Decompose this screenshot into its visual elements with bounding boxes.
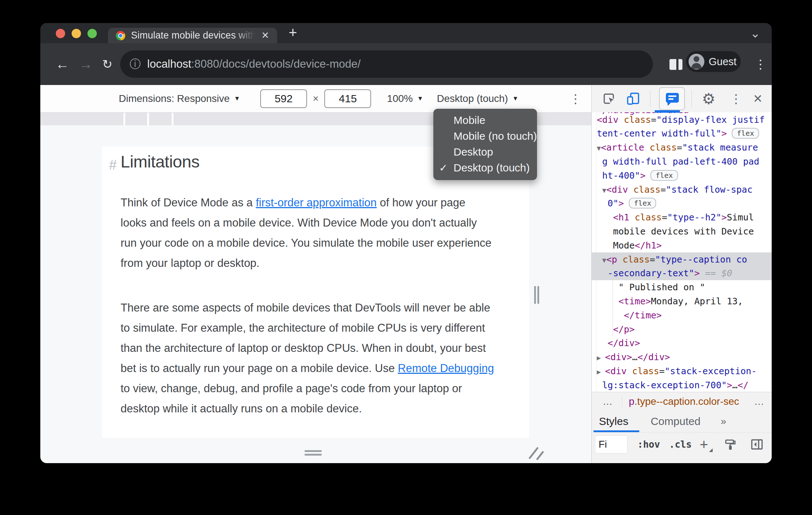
media-query-divider xyxy=(172,113,173,126)
device-type-menu-item[interactable]: Mobile xyxy=(433,112,537,128)
multiply-glyph: × xyxy=(313,93,319,104)
paint-roller-icon[interactable] xyxy=(724,433,737,456)
breadcrumb-overflow-right[interactable]: … xyxy=(754,396,764,407)
url-path: :8080/docs/devtools/device-mode/ xyxy=(191,58,360,70)
profile-button[interactable]: Guest xyxy=(686,51,741,72)
elements-breadcrumb: … p.type--caption.color-sec … xyxy=(592,392,772,411)
elements-tree-selected-node[interactable]: -secondary-text"> == $0 xyxy=(592,266,772,280)
elements-tree-node[interactable]: " Published on " xyxy=(592,280,772,294)
elements-tree-node[interactable]: ▶ <div class="stack-exception- xyxy=(592,364,772,378)
flex-badge[interactable]: flex xyxy=(732,128,759,139)
elements-tree-node[interactable]: <div class="display-flex justif xyxy=(592,113,772,127)
menu-item-label: Desktop xyxy=(454,146,493,158)
browser-tab[interactable]: Simulate mobile devices with D ✕ xyxy=(108,28,277,43)
inline-link[interactable]: first-order approximation xyxy=(256,196,377,209)
inspect-element-icon[interactable] xyxy=(603,85,616,112)
new-tab-button[interactable]: + xyxy=(289,24,297,41)
toggle-hover-state-button[interactable]: :hov xyxy=(637,433,660,456)
reload-button[interactable]: ↻ xyxy=(102,43,113,85)
menu-item-label: Mobile xyxy=(454,114,485,126)
more-tabs-chevron-icon[interactable]: » xyxy=(721,416,726,427)
heading-anchor-hash[interactable]: # xyxy=(109,157,117,173)
height-input[interactable]: 415 xyxy=(324,89,371,108)
elements-tree-node[interactable]: lg:stack-exception-700">…</ xyxy=(592,378,772,392)
tab-search-chevron-icon[interactable]: ⌄ xyxy=(750,26,761,40)
devtools-bottom-strip xyxy=(592,456,772,463)
device-type-selector[interactable]: Desktop (touch) ▼ xyxy=(437,93,518,104)
elements-tree-node[interactable]: g width-full pad-left-400 pad xyxy=(592,154,772,169)
window-minimize-button[interactable] xyxy=(72,29,81,38)
messages-panel-button[interactable] xyxy=(659,87,685,110)
device-toolbar-toggle-icon[interactable] xyxy=(626,85,640,112)
breadcrumb-overflow-left[interactable]: … xyxy=(603,396,613,407)
elements-tree-node[interactable]: mobile devices with Device xyxy=(592,224,772,238)
profile-label: Guest xyxy=(709,56,736,68)
styles-filter-input[interactable]: Fi xyxy=(595,435,627,453)
tab-styles[interactable]: Styles xyxy=(599,415,628,427)
browser-menu-button[interactable]: ⋮ xyxy=(754,43,767,85)
elements-tree-node[interactable]: ht-400">flex xyxy=(592,169,772,183)
window-zoom-button[interactable] xyxy=(87,29,97,38)
viewport-bottom-resize-handle[interactable] xyxy=(304,450,322,456)
address-bar[interactable]: ⓘ localhost:8080/docs/devtools/device-mo… xyxy=(120,50,653,78)
dock-sidebar-toggle-icon[interactable] xyxy=(750,433,764,456)
elements-tree: </navigation-area><div class="display-fl… xyxy=(592,85,772,392)
elements-tree-node[interactable]: </p> xyxy=(592,322,772,336)
elements-tree-node[interactable]: ▼<article class="stack measure xyxy=(592,140,772,154)
elements-tree-node[interactable]: 0">flex xyxy=(592,196,772,210)
width-input[interactable]: 592 xyxy=(260,89,307,108)
devtools-toolbar: ⚙ ⋮ ✕ xyxy=(592,85,772,112)
device-type-caret-icon: ▼ xyxy=(512,95,518,102)
paragraph: Think of Device Mode as a first-order ap… xyxy=(121,193,524,273)
forward-button[interactable]: → xyxy=(79,43,93,85)
site-info-icon[interactable]: ⓘ xyxy=(130,57,141,72)
device-toolbar-menu-button[interactable]: ⋮ xyxy=(569,85,582,112)
device-type-menu-item[interactable]: ✓Desktop (touch) xyxy=(433,160,537,176)
zoom-caret-icon: ▼ xyxy=(417,95,423,102)
elements-tree-node[interactable]: </div> xyxy=(592,336,772,350)
breadcrumb-tag: p xyxy=(629,396,635,407)
elements-tree-node[interactable]: <h1 class="type--h2">Simul xyxy=(592,210,772,224)
tab-computed[interactable]: Computed xyxy=(651,415,700,427)
zoom-selector[interactable]: 100% ▼ xyxy=(387,93,423,104)
url-host: localhost xyxy=(147,58,191,70)
elements-tree-node[interactable]: ▼<div class="stack flow-spac xyxy=(592,183,772,197)
toggle-class-button[interactable]: .cls xyxy=(669,433,692,456)
tab-title: Simulate mobile devices with D xyxy=(131,30,258,41)
chat-bubble-icon xyxy=(666,93,679,103)
elements-tree-node[interactable]: </time> xyxy=(592,308,772,322)
device-type-menu-item[interactable]: Mobile (no touch) xyxy=(433,128,537,144)
tab-close-icon[interactable]: ✕ xyxy=(261,30,269,41)
chrome-favicon-icon xyxy=(116,31,125,40)
inline-link[interactable]: Remote Debugging xyxy=(398,362,494,375)
media-query-divider xyxy=(147,113,149,126)
elements-tree-node[interactable]: Mode</h1> xyxy=(592,238,772,252)
devtools-settings-icon[interactable]: ⚙ xyxy=(702,85,716,112)
side-panel-icon[interactable] xyxy=(669,59,682,70)
flex-badge[interactable]: flex xyxy=(650,170,678,181)
elements-tree-node[interactable]: <time>Monday, April 13, xyxy=(592,294,772,308)
viewport-right-resize-handle[interactable] xyxy=(534,286,540,304)
elements-tree-selected-node[interactable]: ▼<p class="type--caption co xyxy=(592,252,772,267)
device-type-menu-item[interactable]: Desktop xyxy=(433,144,537,160)
styles-sidebar-tabs: Styles Computed » xyxy=(592,411,772,432)
toolbar-divider xyxy=(650,90,650,107)
devtools-menu-icon[interactable]: ⋮ xyxy=(730,85,742,112)
device-type-menu: MobileMobile (no touch)Desktop✓Desktop (… xyxy=(433,109,537,180)
dimensions-selector[interactable]: Dimensions: Responsive xyxy=(119,93,230,104)
viewport-corner-resize-handle[interactable] xyxy=(528,445,546,462)
elements-tree-node[interactable]: tent-center width-full">flex xyxy=(592,126,772,140)
new-style-rule-button[interactable]: + xyxy=(700,433,708,456)
window-close-button[interactable] xyxy=(56,29,65,38)
elements-tree-node[interactable]: ▶ <div>…</div> xyxy=(592,350,772,364)
back-button[interactable]: ← xyxy=(55,43,69,85)
devtools-close-icon[interactable]: ✕ xyxy=(753,85,763,112)
flex-badge[interactable]: flex xyxy=(629,198,656,209)
breadcrumb-selected-node[interactable]: p.type--caption.color-sec xyxy=(629,396,739,407)
page-title: Limitations xyxy=(121,152,199,171)
toolbar-divider xyxy=(691,90,692,107)
desktop-background: Simulate mobile devices with D ✕ + ⌄ ← →… xyxy=(0,0,812,515)
styles-filter-bar: Fi :hov .cls + xyxy=(592,432,772,456)
url-text[interactable]: localhost:8080/docs/devtools/device-mode… xyxy=(147,58,361,71)
menu-item-label: Desktop (touch) xyxy=(454,162,530,174)
